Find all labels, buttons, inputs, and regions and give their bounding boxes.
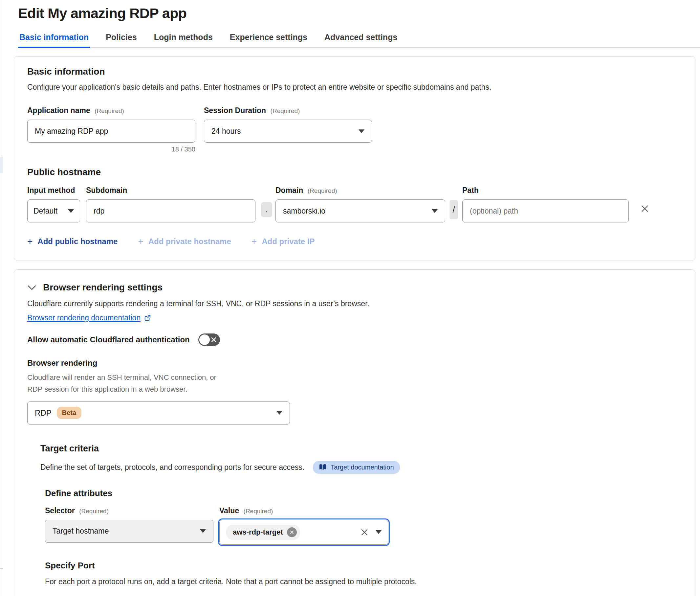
remove-hostname-button[interactable] [641, 204, 649, 213]
browser-rendering-field-label: Browser rendering [27, 358, 682, 368]
external-link-icon [144, 315, 151, 322]
browser-rendering-field-description: Cloudflare will render an SSH terminal, … [27, 372, 224, 396]
domain-label: Domain [276, 186, 303, 195]
value-chip: aws-rdp-target [226, 525, 300, 540]
plus-icon: + [138, 236, 143, 247]
specify-port-heading: Specify Port [45, 561, 682, 571]
session-duration-value: 24 hours [211, 127, 359, 136]
session-duration-label: Session Duration [204, 106, 266, 115]
domain-required: (Required) [308, 187, 337, 194]
close-icon [290, 530, 294, 535]
define-attributes-heading: Define attributes [45, 488, 682, 498]
value-label: Value [219, 506, 239, 515]
session-duration-required: (Required) [270, 107, 300, 114]
add-private-ip-button[interactable]: + Add private IP [252, 236, 315, 247]
session-duration-select[interactable]: 24 hours [204, 120, 372, 143]
left-edge-fragment [0, 568, 3, 569]
target-documentation-badge[interactable]: Target documentation [313, 461, 399, 474]
value-field-group: Value (Required) aws-rdp-target [219, 506, 388, 545]
domain-field-group: Domain (Required) samborski.io [276, 186, 445, 222]
value-chip-label: aws-rdp-target [233, 528, 283, 537]
path-input[interactable] [462, 199, 629, 222]
cloudflared-auth-row: Allow automatic Cloudflared authenticati… [27, 333, 682, 346]
add-private-ip-label: Add private IP [262, 237, 314, 246]
chevron-down-icon [277, 411, 282, 415]
add-public-hostname-label: Add public hostname [37, 237, 118, 246]
basic-information-description: Configure your application's basic detai… [27, 83, 682, 92]
specify-port-section: Specify Port For each port a protocol ru… [45, 561, 682, 596]
browser-rendering-card: Browser rendering settings Cloudflare cu… [14, 269, 695, 596]
add-private-hostname-label: Add private hostname [148, 237, 231, 246]
selector-required: (Required) [79, 507, 109, 515]
hostname-slash-separator: / [449, 200, 458, 219]
public-hostname-row: Input method Default Subdomain . Domain … [27, 186, 682, 222]
domain-select[interactable]: samborski.io [276, 199, 445, 222]
plus-icon: + [252, 236, 257, 247]
add-private-hostname-button[interactable]: + Add private hostname [138, 236, 231, 247]
beta-badge: Beta [57, 407, 81, 419]
cloudflared-auth-toggle[interactable] [198, 333, 220, 346]
subdomain-field-group: Subdomain [86, 186, 255, 222]
chip-remove-button[interactable] [287, 527, 297, 537]
tab-bar: Basic information Policies Login methods… [18, 32, 700, 48]
chevron-down-icon [200, 529, 206, 533]
left-edge-fragment [0, 157, 3, 173]
left-edge-divider [1, 0, 1, 596]
input-method-value: Default [33, 207, 68, 216]
chevron-down-icon [68, 209, 74, 213]
selector-label: Selector [45, 506, 75, 515]
basic-information-heading: Basic information [27, 66, 682, 77]
clear-selection-icon[interactable] [361, 528, 368, 536]
value-required: (Required) [243, 507, 273, 515]
toggle-knob [199, 334, 210, 345]
hostname-actions-row: + Add public hostname + Add private host… [27, 236, 682, 247]
input-method-label: Input method [27, 186, 80, 195]
selector-select[interactable]: Target hostname [45, 520, 213, 543]
browser-rendering-value: RDP [35, 408, 52, 418]
application-name-required: (Required) [95, 107, 124, 114]
browser-rendering-heading: Browser rendering settings [43, 282, 162, 293]
value-multiselect[interactable]: aws-rdp-target [219, 520, 388, 545]
chevron-down-icon [432, 209, 438, 213]
target-criteria-description: Define the set of targets, protocols, an… [41, 463, 304, 472]
browser-rendering-doc-link-label: Browser rendering documentation [27, 314, 140, 322]
chevron-down-icon [359, 129, 364, 133]
tab-basic-information[interactable]: Basic information [18, 32, 90, 47]
browser-rendering-description: Cloudflare currently supports rendering … [27, 299, 682, 308]
input-method-select[interactable]: Default [27, 199, 80, 222]
basic-information-card: Basic information Configure your applica… [14, 56, 695, 261]
chevron-down-icon[interactable] [375, 530, 382, 534]
chevron-down-icon [27, 285, 36, 291]
application-name-label: Application name [27, 106, 90, 115]
application-name-input[interactable] [27, 120, 196, 143]
add-public-hostname-button[interactable]: + Add public hostname [27, 236, 118, 247]
browser-rendering-doc-link[interactable]: Browser rendering documentation [27, 314, 151, 322]
target-criteria-heading: Target criteria [41, 444, 682, 454]
subdomain-input[interactable] [86, 199, 255, 222]
application-name-char-count: 18 / 350 [27, 146, 196, 153]
hostname-dot-separator: . [261, 202, 272, 217]
tab-experience-settings[interactable]: Experience settings [229, 32, 309, 47]
page-title: Edit My amazing RDP app [18, 5, 700, 21]
tab-policies[interactable]: Policies [104, 32, 138, 47]
selector-field-group: Selector (Required) Target hostname [45, 506, 213, 545]
session-duration-field-group: Session Duration (Required) 24 hours [204, 106, 372, 153]
close-icon [641, 204, 649, 213]
path-field-group: Path [462, 186, 629, 222]
selector-value: Target hostname [53, 527, 200, 536]
define-attributes-section: Define attributes Selector (Required) Ta… [45, 488, 682, 545]
browser-rendering-collapse-header[interactable]: Browser rendering settings [27, 282, 682, 293]
domain-value: samborski.io [283, 207, 432, 216]
target-documentation-label: Target documentation [331, 464, 394, 471]
target-criteria-section: Target criteria Define the set of target… [41, 444, 682, 596]
input-method-field-group: Input method Default [27, 186, 80, 222]
subdomain-label: Subdomain [86, 186, 255, 195]
application-name-field-group: Application name (Required) 18 / 350 [27, 106, 196, 153]
tab-advanced-settings[interactable]: Advanced settings [323, 32, 398, 47]
browser-rendering-select[interactable]: RDP Beta [27, 401, 290, 424]
public-hostname-heading: Public hostname [27, 167, 682, 177]
plus-icon: + [27, 236, 32, 247]
tab-login-methods[interactable]: Login methods [153, 32, 214, 47]
path-label: Path [462, 186, 629, 195]
cloudflared-auth-label: Allow automatic Cloudflared authenticati… [27, 335, 190, 344]
